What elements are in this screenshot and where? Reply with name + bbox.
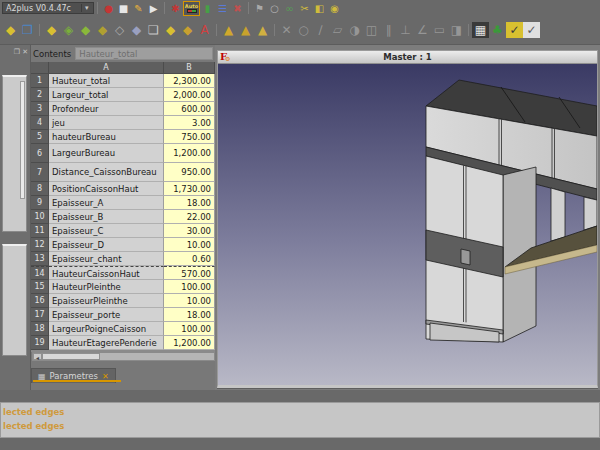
cell-contents-input[interactable] [75, 47, 213, 60]
spreadsheet-icon[interactable]: ▦ [472, 22, 489, 38]
import-shape-icon[interactable]: ◆ [77, 22, 94, 38]
cell-param-name[interactable]: Epaisseur_porte [49, 308, 164, 322]
a2plus-part-icon[interactable]: ◆ [2, 22, 19, 38]
cell-param-name[interactable]: PositionCaissonHaut [49, 182, 164, 196]
cell-param-name[interactable]: Hauteur_total [49, 74, 164, 88]
cell-param-value[interactable]: 1,200.00 [164, 336, 215, 350]
cell-param-name[interactable]: HauteurCaissonHaut [49, 266, 164, 280]
row-number[interactable]: 15 [31, 280, 49, 294]
row-number[interactable]: 1 [31, 74, 49, 88]
column-header-b[interactable]: B [164, 62, 215, 74]
row-number[interactable]: 10 [31, 210, 49, 224]
cell-param-name[interactable]: EpaisseurPleinthe [49, 294, 164, 308]
row-number[interactable]: 16 [31, 294, 49, 308]
row-number[interactable]: 6 [31, 144, 49, 163]
restore-transform-icon[interactable]: ◆ [94, 22, 111, 38]
macro-edit-icon[interactable]: ✎ [131, 2, 146, 15]
cell-param-name[interactable]: LargeurBureau [49, 144, 164, 163]
constraint-plane-icon[interactable]: ▲ [254, 22, 271, 38]
cell-param-value[interactable]: 18.00 [164, 308, 215, 322]
cell-param-value[interactable]: 600.00 [164, 102, 215, 116]
close-icon[interactable]: ✕ [22, 48, 28, 56]
cell-param-value[interactable]: 100.00 [164, 280, 215, 294]
row-number[interactable]: 9 [31, 196, 49, 210]
tree-view-panel[interactable] [2, 75, 27, 232]
cell-param-value[interactable]: 22.00 [164, 210, 215, 224]
column-header-a[interactable]: A [49, 62, 164, 74]
cell-param-name[interactable]: hauteurBureau [49, 130, 164, 144]
hierarchy-flag-icon[interactable]: ⚑ [252, 2, 267, 15]
cut-shape-icon[interactable]: ✂ [297, 2, 312, 15]
row-number[interactable]: 18 [31, 322, 49, 336]
corner-header[interactable] [31, 62, 49, 74]
macro-stop-icon[interactable]: ■ [116, 2, 131, 15]
cell-param-name[interactable]: Epaisseur_D [49, 238, 164, 252]
auto-solve-icon[interactable]: Auto [183, 1, 200, 16]
duplicate-part-icon[interactable]: ◇ [111, 22, 128, 38]
constraint-axial-icon[interactable]: ▲ [220, 22, 237, 38]
row-number[interactable]: 2 [31, 88, 49, 102]
viewport-titlebar[interactable]: F ⚙ Master : 1 [218, 51, 597, 64]
alias-tree-icon[interactable]: ♣ [489, 22, 506, 38]
cell-param-name[interactable]: Epaisseur_chant [49, 252, 164, 266]
row-number[interactable]: 13 [31, 252, 49, 266]
cell-param-name[interactable]: jeu [49, 116, 164, 130]
constraint-coincident-icon[interactable]: ▲ [237, 22, 254, 38]
row-number[interactable]: 17 [31, 308, 49, 322]
cell-param-name[interactable]: LargeurPoigneCaisson [49, 322, 164, 336]
update-imported-parts-icon[interactable]: ◈ [60, 22, 77, 38]
cell-param-value[interactable]: 750.00 [164, 130, 215, 144]
cell-param-value[interactable]: 10.00 [164, 294, 215, 308]
edit-links-icon[interactable]: ∞ [282, 2, 297, 15]
row-number[interactable]: 5 [31, 130, 49, 144]
cell-param-value[interactable]: 1,730.00 [164, 182, 215, 196]
row-number[interactable]: 4 [31, 116, 49, 130]
cell-param-name[interactable]: HauteurPleinthe [49, 280, 164, 294]
cell-param-name[interactable]: Profondeur [49, 102, 164, 116]
cell-param-value[interactable]: 10.00 [164, 238, 215, 252]
row-number[interactable]: 7 [31, 163, 49, 182]
cell-param-value[interactable]: 18.00 [164, 196, 215, 210]
cell-param-name[interactable]: Epaisseur_A [49, 196, 164, 210]
convert-assembly-icon[interactable]: A [196, 22, 213, 38]
coin-stack-icon[interactable]: ◉ [327, 2, 342, 15]
cell-param-value[interactable]: 0.60 [164, 252, 215, 266]
viewport-subwindow[interactable]: F ⚙ Master : 1 [217, 50, 598, 388]
cell-param-name[interactable]: Epaisseur_C [49, 224, 164, 238]
scrollbar-thumb[interactable] [42, 353, 100, 360]
label-tag-icon[interactable]: ◧ [312, 2, 327, 15]
delete-constraints-icon[interactable]: ✖ [230, 2, 245, 15]
horizontal-scrollbar[interactable]: ◂ [32, 352, 215, 361]
row-number[interactable]: 11 [31, 224, 49, 238]
cell-param-value[interactable]: 1,200.00 [164, 144, 215, 163]
macro-record-icon[interactable]: ● [101, 2, 116, 15]
cell-param-name[interactable]: HauteurEtagerePenderie [49, 336, 164, 350]
property-view-panel[interactable] [2, 244, 27, 356]
row-number[interactable]: 14 [31, 266, 49, 280]
open-folder-icon[interactable]: ❐ [19, 22, 36, 38]
cell-param-value[interactable]: 30.00 [164, 224, 215, 238]
macro-play-icon[interactable]: ▶ [146, 2, 161, 15]
row-number[interactable]: 12 [31, 238, 49, 252]
move-part-icon[interactable]: ◆ [128, 22, 145, 38]
row-number[interactable]: 8 [31, 182, 49, 196]
search-icon[interactable]: ○ [267, 2, 282, 15]
edit-placement-icon[interactable]: ◆ [179, 22, 196, 38]
cell-param-name[interactable]: Distance_CaissonBureau [49, 163, 164, 182]
toggle-autosolve-icon[interactable]: ▮ [200, 2, 215, 15]
cell-param-value[interactable]: 3.00 [164, 116, 215, 130]
cell-param-name[interactable]: Largeur_total [49, 88, 164, 102]
edit-constraints-icon[interactable]: ☰ [215, 2, 230, 15]
3d-viewport[interactable] [218, 64, 597, 385]
validate-sheet-icon[interactable]: ✓ [506, 22, 523, 38]
workbench-selector[interactable]: A2plus V0.4.47c ▾ [2, 2, 94, 14]
cell-param-name[interactable]: Epaisseur_B [49, 210, 164, 224]
dock-scrollbar[interactable] [20, 81, 25, 199]
copy-part-icon[interactable]: ❏ [145, 22, 162, 38]
validate-cell-icon[interactable]: ✓ [523, 22, 540, 38]
row-number[interactable]: 3 [31, 102, 49, 116]
row-number[interactable]: 19 [31, 336, 49, 350]
solve-constraints-icon[interactable]: ✱ [168, 2, 183, 15]
scrollbar-left-arrow-icon[interactable]: ◂ [33, 353, 42, 360]
delete-part-icon[interactable]: ◆ [162, 22, 179, 38]
